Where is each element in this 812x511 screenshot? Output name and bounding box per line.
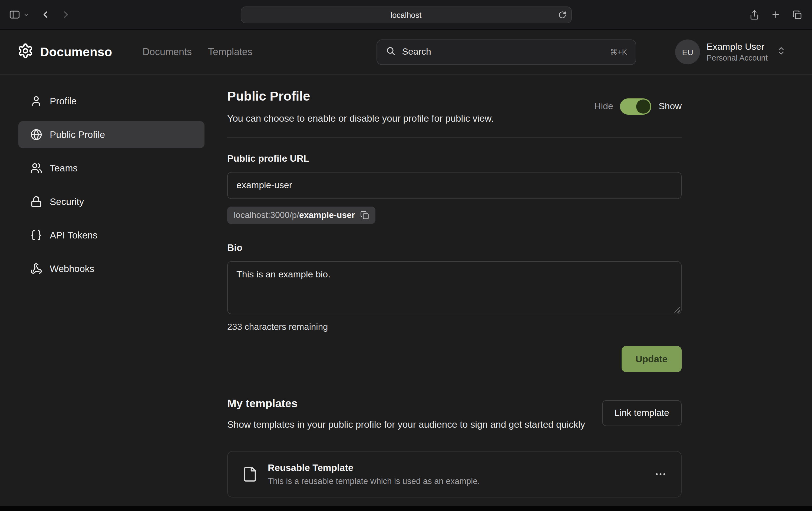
profile-url-preview: localhost:3000/p/example-user [227,207,375,224]
globe-icon [30,129,42,141]
public-profile-url-label: Public profile URL [227,153,682,164]
template-card: Reusable Template This is a reusable tem… [227,451,682,498]
toggle-hide-label: Hide [594,101,613,112]
avatar: EU [675,39,700,64]
search-shortcut: ⌘+K [610,48,627,56]
more-options-icon[interactable] [654,468,667,481]
refresh-icon[interactable] [558,11,566,19]
sidebar-item-teams[interactable]: Teams [19,155,204,182]
template-name: Reusable Template [268,462,480,474]
new-tab-icon[interactable] [771,10,781,20]
profile-visibility-toggle-group: Hide Show [594,98,682,115]
profile-visibility-toggle[interactable] [620,98,651,115]
chevron-down-icon[interactable] [23,11,29,18]
page-title: Public Profile [227,88,494,105]
template-description: This is a reusable template which is use… [268,476,480,486]
brand[interactable]: Documenso [17,43,112,61]
webhook-icon [30,263,42,275]
sidebar-item-webhooks[interactable]: Webhooks [19,255,204,282]
sidebar-item-label: API Tokens [50,230,97,241]
app-header: Documenso Documents Templates Search ⌘+K… [0,30,812,74]
toggle-show-label: Show [659,101,682,112]
public-profile-url-input[interactable] [227,172,682,199]
copy-icon[interactable] [360,211,369,219]
sidebar-item-profile[interactable]: Profile [19,88,204,115]
sidebar-item-label: Webhooks [50,263,94,274]
braces-icon [30,229,42,241]
sidebar-item-api-tokens[interactable]: API Tokens [19,222,204,249]
tab-overview-icon[interactable] [792,9,802,20]
browser-window: localhost Documenso Documents [0,0,812,511]
lock-icon [30,196,42,208]
my-templates-header: My templates Show templates in your publ… [227,397,585,431]
sidebar-item-label: Teams [50,162,78,174]
settings-sidebar: Profile Public Profile Teams Security [0,74,206,289]
divider [227,137,682,138]
browser-toolbar: localhost [0,0,812,30]
sidebar-item-label: Public Profile [50,129,105,140]
bio-textarea[interactable]: This is an example bio. [227,261,682,314]
back-icon[interactable] [40,9,51,20]
page-subtitle: You can choose to enable or disable your… [227,111,494,125]
sidebar-item-public-profile[interactable]: Public Profile [19,121,204,148]
nav-documents[interactable]: Documents [143,46,192,58]
toggle-knob [636,99,650,114]
forward-icon[interactable] [61,9,71,20]
public-profile-header: Public Profile You can choose to enable … [227,88,494,125]
my-templates-section: My templates Show templates in your publ… [227,397,682,498]
nav-templates[interactable]: Templates [208,46,252,58]
profile-url-text: localhost:3000/p/example-user [234,210,355,220]
window-bottom-edge [0,506,812,511]
search-icon [386,46,396,58]
my-templates-title: My templates [227,397,585,410]
link-template-button[interactable]: Link template [602,400,682,426]
search-input[interactable]: Search ⌘+K [377,39,636,65]
main-content: Public Profile You can choose to enable … [206,74,812,498]
characters-remaining: 233 characters remaining [227,322,682,332]
my-templates-description: Show templates in your public profile fo… [227,417,585,431]
users-icon [30,162,42,174]
chevrons-up-down-icon [776,46,786,58]
user-icon [30,95,42,107]
sidebar-item-label: Security [50,196,84,207]
sidebar-item-label: Profile [50,95,77,107]
template-card-text: Reusable Template This is a reusable tem… [268,462,480,486]
account-name: Example User [706,41,767,53]
search-placeholder: Search [402,47,431,57]
account-menu-trigger[interactable]: EU Example User Personal Account [675,39,786,64]
address-bar[interactable]: localhost [240,6,572,23]
brand-name: Documenso [40,44,112,59]
update-button[interactable]: Update [621,346,682,372]
address-bar-url: localhost [390,10,422,19]
top-nav: Documents Templates [143,46,252,58]
share-icon[interactable] [749,9,759,20]
sidebar-item-security[interactable]: Security [19,188,204,215]
bio-label: Bio [227,242,682,253]
file-icon [242,466,258,482]
account-type: Personal Account [706,53,767,62]
browser-sidebar-icon[interactable] [9,9,21,21]
account-meta: Example User Personal Account [706,41,767,63]
documenso-logo-icon [17,43,33,61]
